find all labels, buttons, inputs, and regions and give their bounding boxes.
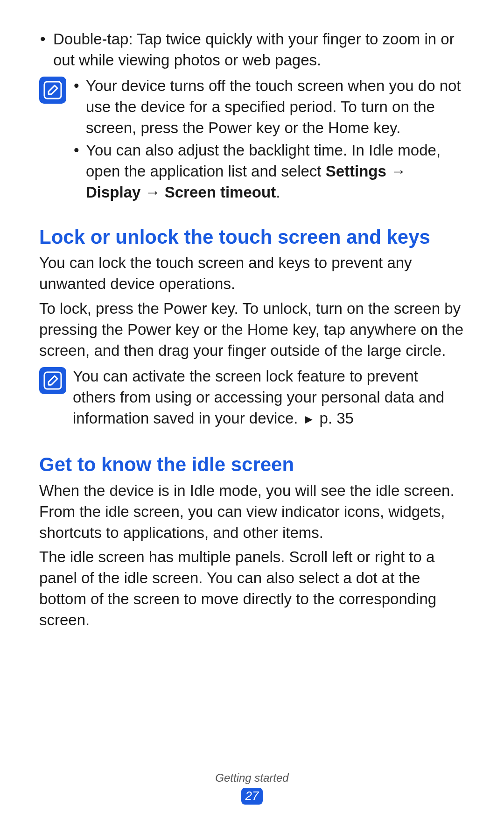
note-icon-wrap — [39, 76, 73, 205]
section-title-lock: Lock or unlock the touch screen and keys — [39, 226, 465, 249]
reference-page: p. 35 — [315, 410, 354, 427]
body-paragraph: The idle screen has multiple panels. Scr… — [39, 547, 465, 631]
bullet-icon: • — [73, 140, 86, 203]
page-footer: Getting started 27 — [0, 770, 504, 805]
bullet-text: Your device turns off the touch screen w… — [86, 76, 465, 139]
note-text-main: You can activate the screen lock feature… — [73, 368, 444, 427]
list-item: • Double-tap: Tap twice quickly with you… — [39, 29, 465, 71]
note-text: You can activate the screen lock feature… — [73, 366, 465, 429]
note-body: • Your device turns off the touch screen… — [73, 76, 465, 205]
note-block: You can activate the screen lock feature… — [39, 366, 465, 433]
footer-section-label: Getting started — [0, 770, 504, 786]
note-icon-wrap — [39, 366, 73, 433]
bullet-text: You can also adjust the backlight time. … — [86, 140, 465, 203]
bullet-icon: • — [39, 29, 53, 71]
page-number-badge: 27 — [241, 788, 263, 805]
pencil-icon — [43, 371, 62, 390]
note-text-suffix: . — [276, 184, 280, 201]
body-paragraph: When the device is in Idle mode, you wil… — [39, 481, 465, 544]
reference-arrow-icon: ► — [302, 412, 315, 426]
pencil-note-icon — [39, 367, 66, 394]
bullet-icon: • — [73, 76, 86, 139]
body-paragraph: To lock, press the Power key. To unlock,… — [39, 298, 465, 361]
note-body: You can activate the screen lock feature… — [73, 366, 465, 433]
svg-rect-2 — [44, 372, 61, 389]
list-item: • Your device turns off the touch screen… — [73, 76, 465, 139]
note-block: • Your device turns off the touch screen… — [39, 76, 465, 205]
section-title-idle: Get to know the idle screen — [39, 453, 465, 476]
body-paragraph: You can lock the touch screen and keys t… — [39, 253, 465, 295]
svg-rect-0 — [44, 82, 61, 99]
pencil-note-icon — [39, 77, 66, 104]
list-item: • You can also adjust the backlight time… — [73, 140, 465, 203]
bullet-text: Double-tap: Tap twice quickly with your … — [53, 29, 465, 71]
manual-page: • Double-tap: Tap twice quickly with you… — [0, 0, 504, 827]
pencil-icon — [43, 81, 62, 99]
